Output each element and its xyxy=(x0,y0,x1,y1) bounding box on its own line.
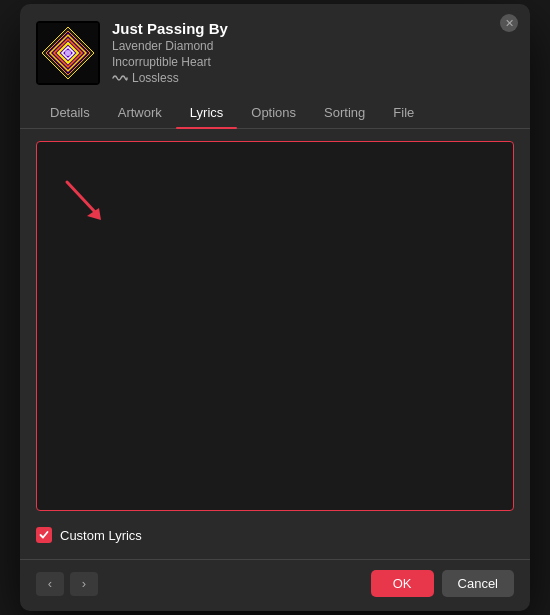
svg-line-9 xyxy=(67,182,95,212)
action-buttons: OK Cancel xyxy=(371,570,514,597)
track-album: Incorruptible Heart xyxy=(112,55,228,69)
album-artwork xyxy=(36,21,100,85)
lossless-icon xyxy=(112,72,128,84)
track-details: Just Passing By Lavender Diamond Incorru… xyxy=(112,20,228,85)
custom-lyrics-checkbox[interactable] xyxy=(36,527,52,543)
tab-details[interactable]: Details xyxy=(36,97,104,128)
custom-lyrics-row: Custom Lyrics xyxy=(36,521,514,547)
track-artist: Lavender Diamond xyxy=(112,39,228,53)
tab-file[interactable]: File xyxy=(379,97,428,128)
navigation-buttons: ‹ › xyxy=(36,572,98,596)
tab-bar: Details Artwork Lyrics Options Sorting F… xyxy=(20,97,530,129)
next-icon: › xyxy=(82,576,86,591)
tab-lyrics[interactable]: Lyrics xyxy=(176,97,237,128)
custom-lyrics-label: Custom Lyrics xyxy=(60,528,142,543)
close-icon: ✕ xyxy=(505,18,514,29)
next-button[interactable]: › xyxy=(70,572,98,596)
track-info-dialog: ✕ Just Passing By Lavender Diamond Incor… xyxy=(20,4,530,611)
cancel-button[interactable]: Cancel xyxy=(442,570,514,597)
svg-point-7 xyxy=(65,50,71,56)
previous-icon: ‹ xyxy=(48,576,52,591)
previous-button[interactable]: ‹ xyxy=(36,572,64,596)
tab-artwork[interactable]: Artwork xyxy=(104,97,176,128)
arrow-indicator xyxy=(57,172,117,236)
ok-button[interactable]: OK xyxy=(371,570,434,597)
close-button[interactable]: ✕ xyxy=(500,14,518,32)
tab-options[interactable]: Options xyxy=(237,97,310,128)
lyrics-text-area[interactable] xyxy=(36,141,514,511)
track-title: Just Passing By xyxy=(112,20,228,37)
tab-sorting[interactable]: Sorting xyxy=(310,97,379,128)
dialog-footer: ‹ › OK Cancel xyxy=(20,560,530,611)
lyrics-tab-content: Custom Lyrics xyxy=(20,129,530,559)
svg-marker-10 xyxy=(87,208,101,220)
track-header: Just Passing By Lavender Diamond Incorru… xyxy=(20,4,530,97)
track-quality: Lossless xyxy=(112,71,228,85)
